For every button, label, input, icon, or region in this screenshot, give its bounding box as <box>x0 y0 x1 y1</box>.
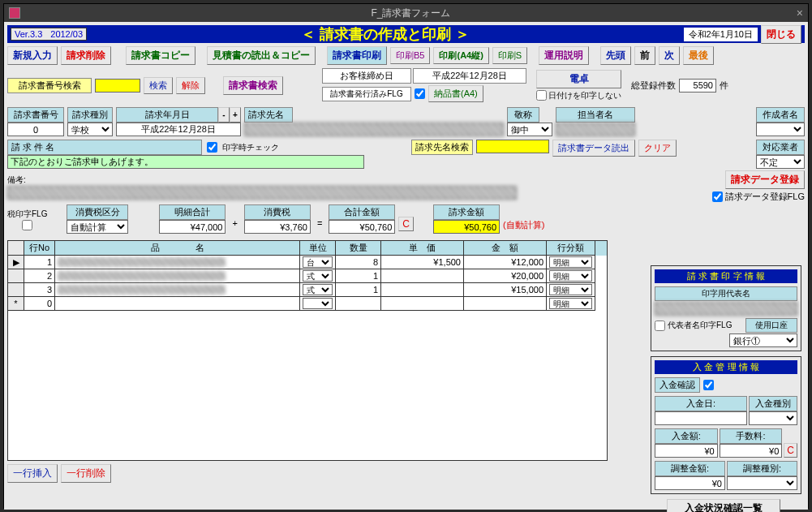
print-info-head: 請 求 書 印 字 情 報 <box>655 269 797 283</box>
adj-type-select[interactable] <box>727 476 797 490</box>
print-b5-button[interactable]: 印刷B5 <box>390 47 430 64</box>
inv-type-select[interactable]: 学校 <box>67 123 113 136</box>
pic-input[interactable] <box>556 123 635 136</box>
author-select[interactable] <box>756 123 805 136</box>
auto-label: (自動計算) <box>503 219 544 231</box>
help-button[interactable]: 運用説明 <box>539 46 589 65</box>
adj-amt-label: 調整金額: <box>655 461 725 476</box>
total-records-label: 総登録件数 <box>631 80 676 92</box>
grid-header: 行No 品 名 単位 数量 単 価 金 額 行分類 <box>8 241 607 256</box>
header-bar: Ver.3.3 2012/03 ＜ 請求書の作成と印刷 ＞ 令和2年1月10日 … <box>7 25 805 43</box>
cat-select[interactable]: 明細 <box>549 284 592 295</box>
search-clear-button[interactable]: 解除 <box>176 77 205 94</box>
toolbar-2: 請求書番号検索 検索 解除 請求書検索 お客様締め日 平成22年12月28日 請… <box>7 68 805 102</box>
table-row[interactable]: 2式1¥20,000明細 <box>8 269 607 283</box>
invoice-header: 請求書番号 請求種別 学校 請求年月日-+ 請求先名 敬称 御中 担当者名 <box>7 107 805 136</box>
rep-input[interactable] <box>655 302 797 316</box>
delivery-note-button[interactable]: 納品書(A4) <box>428 85 483 102</box>
pay-amt-input[interactable] <box>655 444 718 458</box>
data-clear-button[interactable]: クリア <box>638 140 677 157</box>
pay-type-select[interactable] <box>749 411 797 425</box>
version-date: 2012/03 <box>50 29 83 39</box>
first-button[interactable]: 先頭 <box>600 46 631 65</box>
delete-button[interactable]: 請求削除 <box>61 46 111 65</box>
pay-c-button[interactable]: C <box>784 443 797 458</box>
cat-select[interactable]: 明細 <box>549 298 592 309</box>
vendor-select[interactable]: 不定 <box>756 155 805 169</box>
pay-info-box: 入 金 管 理 情 報 入金確認 入金日: 入金種別 入金額: 手数料: C 調… <box>651 356 801 494</box>
copy-button[interactable]: 請求書コピー <box>126 46 195 65</box>
adj-amt-input[interactable] <box>655 476 725 490</box>
unit-select[interactable] <box>303 298 333 309</box>
print-info-box: 請 求 書 印 字 情 報 印字用代表名 代表者名印字FLG 使用口座 銀行① <box>651 265 801 351</box>
window-title: F_請求書フォーム <box>25 6 797 20</box>
insert-row-button[interactable]: 一行挿入 <box>7 464 58 483</box>
remark-input[interactable] <box>7 186 517 200</box>
total-label: 合計金額 <box>329 204 395 220</box>
last-button[interactable]: 最後 <box>683 46 714 65</box>
col-name: 品 名 <box>55 241 300 256</box>
addr-search-input[interactable] <box>476 140 549 153</box>
content: Ver.3.3 2012/03 ＜ 請求書の作成と印刷 ＞ 令和2年1月10日 … <box>4 22 808 510</box>
table-row[interactable]: ▶1台8¥1,500¥12,000明細 <box>8 256 607 269</box>
inv-date-input[interactable] <box>116 123 241 136</box>
inv-addr-label: 請求先名 <box>244 107 293 123</box>
print-s-button[interactable]: 印刷S <box>492 47 527 64</box>
print-invoice-button[interactable]: 請求書印刷 <box>327 46 387 65</box>
pay-list-button[interactable]: 入金状況確認一覧 <box>667 499 780 512</box>
acct-select[interactable]: 銀行① <box>729 333 797 347</box>
adj-type-label: 調整種別: <box>727 461 797 476</box>
today-date: 令和2年1月10日 <box>684 28 758 41</box>
subject-input[interactable] <box>7 155 364 169</box>
search-button[interactable]: 検索 <box>144 77 173 94</box>
pay-fee-input[interactable] <box>720 444 783 458</box>
col-qty: 数量 <box>336 241 381 256</box>
search-label: 請求書番号検索 <box>7 78 92 93</box>
search-input[interactable] <box>95 79 140 93</box>
inv-no-input[interactable] <box>7 123 64 136</box>
register-button[interactable]: 請求データ登録 <box>725 170 805 189</box>
read-estimate-button[interactable]: 見積書の読出＆コピー <box>207 46 316 65</box>
cat-select[interactable]: 明細 <box>549 256 592 268</box>
issued-checkbox[interactable] <box>415 88 425 99</box>
register-flg-checkbox[interactable] <box>712 191 723 202</box>
col-no: 行No <box>24 241 55 256</box>
print-a4p-button[interactable]: 印刷(A4縦) <box>433 47 488 64</box>
table-row[interactable]: 3式1¥15,000明細 <box>8 283 607 297</box>
grid-body[interactable]: ▶1台8¥1,500¥12,000明細2式1¥20,000明細3式1¥15,00… <box>8 256 607 460</box>
hon-select[interactable]: 御中 <box>507 123 552 136</box>
prev-button[interactable]: 前 <box>634 46 655 65</box>
inv-addr-input[interactable] <box>244 123 504 136</box>
taxcls-select[interactable]: 自動計算 <box>67 220 128 234</box>
col-cat: 行分類 <box>547 241 595 256</box>
next-button[interactable]: 次 <box>659 46 680 65</box>
date-plus[interactable]: + <box>230 107 241 123</box>
print-check[interactable] <box>207 142 217 153</box>
unit-select[interactable]: 式 <box>303 284 333 295</box>
unit-select[interactable]: 式 <box>303 270 333 282</box>
pay-date-input[interactable] <box>655 411 747 425</box>
new-button[interactable]: 新規入力 <box>7 46 58 65</box>
sums-c-button[interactable]: C <box>398 217 414 231</box>
delete-row-button[interactable]: 一行削除 <box>61 464 111 483</box>
rep-flg-checkbox[interactable] <box>655 321 665 331</box>
noprintdate-checkbox[interactable] <box>536 90 547 101</box>
taxflg-checkbox[interactable] <box>22 220 32 230</box>
tax-value <box>244 220 311 234</box>
data-readout-button[interactable]: 請求書データ読出 <box>552 140 635 157</box>
window: F_請求書フォーム × Ver.3.3 2012/03 ＜ 請求書の作成と印刷 … <box>3 3 809 509</box>
cat-select[interactable]: 明細 <box>549 270 592 282</box>
register-flg-label: 請求データ登録FLG <box>725 191 805 203</box>
rep-label: 印字用代表名 <box>655 286 797 301</box>
table-row[interactable]: *0明細 <box>8 297 607 311</box>
window-close-icon[interactable]: × <box>797 6 803 19</box>
close-button[interactable]: 閉じる <box>761 25 801 44</box>
invoice-search-button[interactable]: 請求書検索 <box>223 76 283 95</box>
pay-cfm-checkbox[interactable] <box>703 380 714 390</box>
col-price: 単 価 <box>381 241 464 256</box>
calc-button[interactable]: 電卓 <box>536 70 621 88</box>
acct-label: 使用口座 <box>745 318 797 333</box>
unit-select[interactable]: 台 <box>303 256 333 268</box>
pay-amt-label: 入金額: <box>655 428 718 444</box>
date-minus[interactable]: - <box>218 107 230 123</box>
